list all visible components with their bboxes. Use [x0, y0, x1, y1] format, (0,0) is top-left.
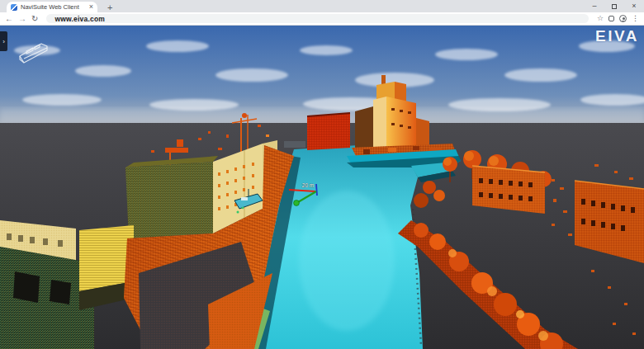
window-controls: – ×	[585, 0, 644, 12]
maximize-icon	[612, 4, 617, 9]
browser-tab[interactable]: NaviSuite Web Client ×	[7, 2, 97, 12]
url-text: www.eiva.com	[54, 15, 105, 23]
extension-icon[interactable]	[608, 16, 614, 21]
measurement-label: 20 m	[302, 182, 314, 188]
tab-close-icon[interactable]: ×	[89, 3, 93, 11]
new-tab-button[interactable]: +	[104, 2, 116, 12]
eiva-logo: EIVA	[595, 27, 639, 45]
close-button[interactable]: ×	[624, 0, 644, 12]
pointcloud-scene: 20 m	[0, 26, 644, 349]
scene-viewport[interactable]: EIVA ›	[0, 26, 644, 349]
bookmark-star-icon[interactable]: ☆	[597, 15, 604, 22]
back-icon[interactable]: ←	[5, 15, 13, 23]
address-bar[interactable]: www.eiva.com	[46, 14, 589, 23]
navisuite-favicon-icon	[11, 4, 17, 11]
minimize-button[interactable]: –	[585, 0, 604, 12]
browser-window: NaviSuite Web Client × + – × ← → ↻ www.e…	[0, 0, 644, 349]
sky	[0, 26, 644, 123]
panel-toggle-button[interactable]: ›	[0, 31, 7, 51]
profile-avatar-icon[interactable]	[619, 15, 627, 22]
tab-strip: NaviSuite Web Client × + – ×	[0, 0, 644, 12]
reload-icon[interactable]: ↻	[31, 15, 38, 23]
menu-dots-icon[interactable]: ⋮	[632, 15, 639, 22]
browser-toolbar: ← → ↻ www.eiva.com ☆ ⋮	[0, 12, 644, 26]
forward-icon[interactable]: →	[18, 15, 26, 23]
maximize-button[interactable]	[604, 0, 624, 12]
tab-title: NaviSuite Web Client	[21, 3, 86, 11]
